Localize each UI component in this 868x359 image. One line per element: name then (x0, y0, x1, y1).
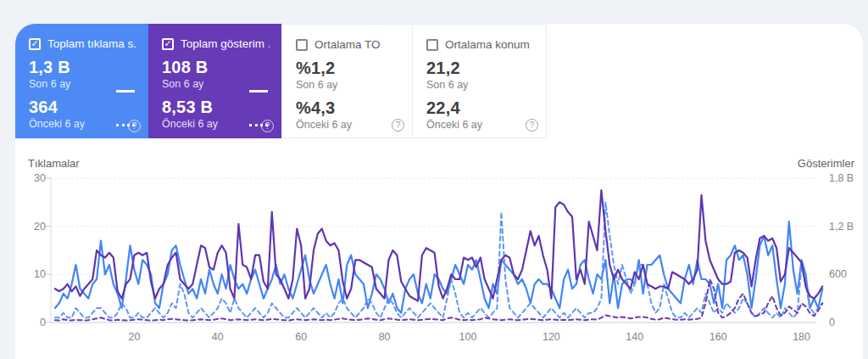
series-line-left-solid[interactable] (55, 222, 822, 313)
card-total-clicks[interactable]: ✓ Toplam tıklama s... 1,3 B Son 6 ay 364… (15, 24, 148, 138)
x-tick-label: 20 (128, 331, 140, 343)
left-tick-label: 0 (40, 317, 46, 328)
metric-current-label: Son 6 ay (296, 79, 400, 91)
checkbox-average-position[interactable] (426, 39, 438, 51)
solid-line-indicator (116, 90, 135, 93)
right-tick-label: 600 (829, 268, 847, 280)
x-tick-label: 40 (212, 331, 224, 343)
metric-current-value: 1,3 B (29, 58, 136, 77)
x-tick-label: 120 (542, 331, 560, 343)
card-average-ctr[interactable]: Ortalama TO %1,2 Son 6 ay %4,3 Önceki 6 … (281, 24, 413, 138)
left-tick-label: 30 (34, 172, 46, 184)
right-axis-title: Gösterimler (798, 157, 855, 170)
metric-current-value: 108 B (162, 58, 270, 77)
performance-chart[interactable]: TıklamalarGösterimler010203006001,2 B1,8… (15, 155, 863, 359)
series-line-right-solid[interactable] (55, 190, 822, 300)
x-tick-label: 180 (793, 331, 810, 343)
chart-area: TıklamalarGösterimler010203006001,2 B1,8… (15, 155, 863, 359)
x-tick-label: 100 (459, 331, 477, 343)
check-icon: ✓ (31, 39, 38, 48)
metric-previous-value: 8,53 B (162, 98, 270, 117)
metric-previous-label: Önceki 6 ay (426, 119, 534, 131)
card-title: Ortalama konum (445, 38, 530, 51)
card-title: Toplam gösterim ... (181, 37, 270, 50)
x-tick-label: 140 (626, 331, 643, 343)
metric-current-label: Son 6 ay (162, 78, 270, 90)
checkbox-total-impressions[interactable]: ✓ (162, 38, 174, 50)
right-tick-label: 1,8 B (829, 172, 854, 184)
right-tick-label: 0 (829, 317, 835, 328)
checkbox-total-clicks[interactable]: ✓ (29, 38, 41, 50)
help-icon[interactable]: ? (392, 119, 404, 132)
performance-panel: ✓ Toplam tıklama s... 1,3 B Son 6 ay 364… (15, 24, 863, 359)
card-title: Ortalama TO (314, 38, 381, 51)
metric-current-label: Son 6 ay (29, 78, 136, 90)
metric-previous-value: 364 (29, 98, 136, 117)
metric-previous-label: Önceki 6 ay (296, 119, 400, 131)
x-tick-label: 80 (379, 331, 391, 343)
help-icon[interactable]: ? (128, 120, 141, 132)
metric-current-value: %1,2 (296, 59, 400, 78)
card-average-position[interactable]: Ortalama konum 21,2 Son 6 ay 22,4 Önceki… (413, 24, 547, 138)
left-axis-title: Tıklamalar (28, 157, 80, 170)
x-tick-label: 160 (709, 331, 727, 343)
left-tick-label: 10 (34, 268, 46, 280)
x-tick-label: 60 (295, 331, 307, 343)
left-tick-label: 20 (34, 221, 46, 233)
help-icon[interactable]: ? (526, 119, 538, 132)
help-icon[interactable]: ? (261, 120, 274, 132)
check-icon: ✓ (164, 39, 171, 48)
checkbox-average-ctr[interactable] (296, 39, 308, 51)
metric-previous-value: 22,4 (426, 98, 534, 118)
card-total-impressions[interactable]: ✓ Toplam gösterim ... 108 B Son 6 ay 8,5… (148, 24, 281, 138)
metric-current-label: Son 6 ay (426, 79, 534, 91)
right-tick-label: 1,2 B (829, 221, 854, 233)
metric-previous-value: %4,3 (296, 98, 400, 118)
card-title: Toplam tıklama s... (47, 37, 136, 50)
metric-current-value: 21,2 (426, 59, 534, 78)
solid-line-indicator (249, 90, 268, 93)
